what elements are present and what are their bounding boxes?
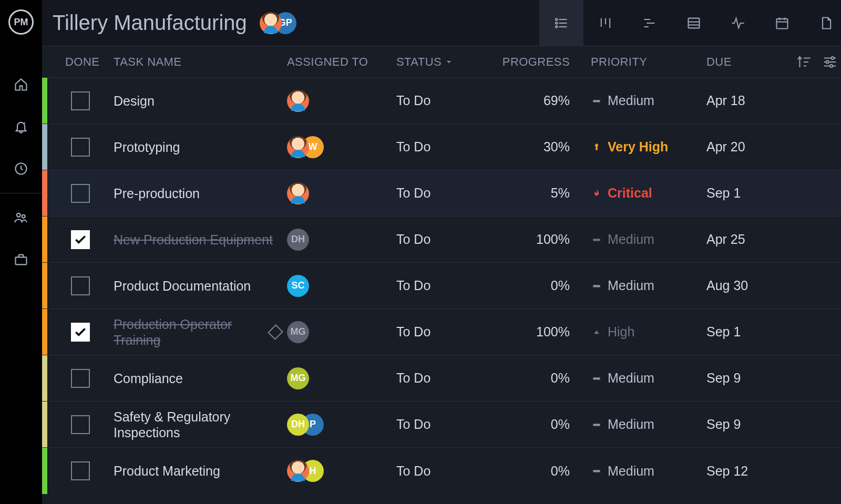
done-checkbox[interactable] [71,415,90,434]
cell-priority[interactable]: Medium [591,232,706,247]
view-activity-icon[interactable] [716,0,760,46]
task-name-label: Pre-production [114,186,200,201]
cell-due[interactable]: Aug 30 [706,278,796,293]
done-checkbox[interactable] [71,461,90,480]
done-checkbox[interactable] [71,184,90,203]
done-checkbox[interactable] [71,369,90,388]
priority-label: Medium [608,278,654,293]
cell-status[interactable]: To Do [396,324,496,340]
column-progress[interactable]: PROGRESS [496,55,591,69]
task-row[interactable]: Product DocumentationSCTo Do0%MediumAug … [42,263,841,309]
cell-status[interactable]: To Do [396,186,496,201]
cell-status[interactable]: To Do [396,93,496,108]
view-calendar-icon[interactable] [760,0,804,46]
nav-portfolio-icon[interactable] [0,239,42,281]
cell-due[interactable]: Sep 9 [706,417,796,432]
view-sheet-icon[interactable] [672,0,716,46]
cell-status[interactable]: To Do [396,232,496,247]
view-list-icon[interactable] [539,0,583,46]
column-priority[interactable]: PRIORITY [591,55,706,69]
cell-progress: 100% [496,324,591,340]
nav-notifications-icon[interactable] [0,106,42,148]
cell-due[interactable]: Sep 12 [706,464,796,479]
nav-recent-icon[interactable] [0,148,42,190]
sort-icon[interactable] [796,54,812,70]
task-row[interactable]: Product MarketingHTo Do0%MediumSep 12 [42,448,841,494]
task-row[interactable]: PrototypingWTo Do30%Very HighApr 20 [42,124,841,170]
cell-due[interactable]: Apr 18 [706,93,796,108]
task-row[interactable]: Safety & Regulatory InspectionsDHPTo Do0… [42,402,841,448]
cell-name[interactable]: Product Documentation [114,278,287,294]
cell-name[interactable]: Safety & Regulatory Inspections [114,409,287,440]
column-assigned[interactable]: ASSIGNED TO [287,55,396,69]
task-row[interactable]: DesignTo Do69%MediumApr 18 [42,78,841,124]
cell-name[interactable]: Prototyping [114,139,287,155]
done-checkbox[interactable] [71,91,90,110]
cell-name[interactable]: Product Marketing [114,463,287,479]
cell-priority[interactable]: Medium [591,417,706,432]
cell-status[interactable]: To Do [396,371,496,386]
avatar [287,182,309,204]
view-file-icon[interactable] [804,0,841,46]
task-row[interactable]: ComplianceMGTo Do0%MediumSep 9 [42,355,841,402]
view-gantt-icon[interactable] [628,0,672,46]
task-row[interactable]: Production Operator TrainingMGTo Do100%H… [42,309,841,355]
topbar: Tillery Manufacturing GP [42,0,841,46]
cell-name[interactable]: New Production Equipment [114,232,287,248]
cell-assigned[interactable]: DH [287,229,396,251]
cell-due[interactable]: Sep 1 [706,324,796,340]
row-edge [42,309,47,355]
nav-home-icon[interactable] [0,64,42,106]
cell-assigned[interactable]: SC [287,275,396,297]
svg-rect-34 [593,239,600,241]
column-done[interactable]: DONE [65,55,114,69]
cell-priority[interactable]: Medium [591,464,706,479]
cell-name[interactable]: Pre-production [114,186,287,201]
cell-priority[interactable]: Medium [591,93,706,108]
nav-team-icon[interactable] [0,197,42,239]
project-members[interactable]: GP [260,12,296,34]
cell-assigned[interactable] [287,182,396,204]
cell-status[interactable]: To Do [396,417,496,432]
view-board-icon[interactable] [583,0,628,46]
cell-assigned[interactable]: DHP [287,414,396,436]
cell-name[interactable]: Design [114,93,287,109]
filter-icon[interactable] [822,54,838,70]
avatar [287,136,309,158]
cell-priority[interactable]: Medium [591,278,706,293]
cell-done [47,276,114,295]
cell-name[interactable]: Compliance [114,371,287,386]
svg-point-9 [556,26,558,28]
column-status[interactable]: STATUS [396,55,496,69]
done-checkbox[interactable] [71,323,90,342]
cell-assigned[interactable]: H [287,460,396,482]
cell-priority[interactable]: Critical [591,186,706,201]
done-checkbox[interactable] [71,230,90,249]
cell-assigned[interactable]: MG [287,367,396,389]
task-row[interactable]: New Production EquipmentDHTo Do100%Mediu… [42,217,841,263]
task-name-label: Safety & Regulatory Inspections [114,409,281,440]
done-checkbox[interactable] [71,138,90,157]
cell-progress: 30% [496,139,591,155]
cell-due[interactable]: Sep 1 [706,186,796,201]
cell-priority[interactable]: High [591,324,706,340]
cell-status[interactable]: To Do [396,278,496,293]
main-pane: Tillery Manufacturing GP [42,0,841,504]
cell-name[interactable]: Production Operator Training [114,316,287,348]
cell-status[interactable]: To Do [396,464,496,479]
column-due[interactable]: DUE [706,55,796,69]
done-checkbox[interactable] [71,276,90,295]
cell-due[interactable]: Apr 25 [706,232,796,247]
svg-point-7 [556,22,558,24]
cell-priority[interactable]: Very High [591,139,706,155]
cell-done [47,138,114,157]
cell-assigned[interactable]: W [287,136,396,158]
cell-assigned[interactable] [287,90,396,112]
cell-priority[interactable]: Medium [591,371,706,386]
cell-status[interactable]: To Do [396,139,496,155]
cell-assigned[interactable]: MG [287,321,396,343]
cell-due[interactable]: Apr 20 [706,139,796,155]
task-row[interactable]: Pre-productionTo Do5%CriticalSep 1 [42,170,841,217]
column-name[interactable]: TASK NAME [114,55,287,69]
cell-due[interactable]: Sep 9 [706,371,796,386]
